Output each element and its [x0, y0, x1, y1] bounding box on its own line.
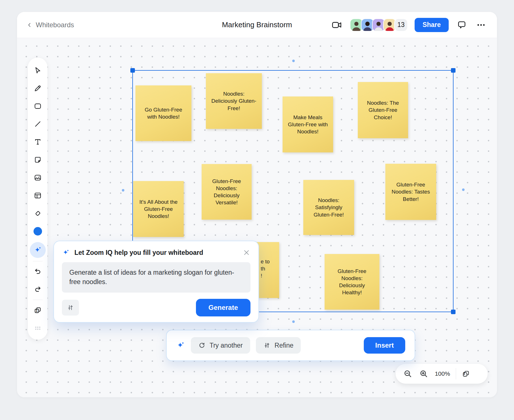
whiteboard-canvas[interactable]: Go Gluten-Free with Noodles! Noodles: De…	[17, 38, 497, 397]
line-icon[interactable]	[34, 120, 42, 128]
sliders-icon	[67, 304, 74, 311]
sticky-note-text: Make Meals Gluten-Free with Noodles!	[287, 114, 329, 135]
tools-sidebar: 1	[28, 58, 47, 340]
sparkle-icon	[62, 249, 70, 257]
accent-dot	[292, 60, 295, 62]
sticky-note[interactable]: Make Meals Gluten-Free with Noodles!	[283, 96, 333, 152]
divider	[456, 368, 456, 379]
zoom-out-icon[interactable]	[402, 368, 413, 379]
accent-dot	[122, 189, 124, 192]
sparkle-icon	[176, 341, 185, 350]
refresh-icon	[198, 342, 206, 349]
dialog-title: Let Zoom IQ help you fill your whiteboar…	[74, 249, 238, 257]
undo-icon[interactable]	[34, 267, 42, 276]
pages-badge: 1	[34, 308, 39, 313]
sticky-note[interactable]: Gluten-Free Noodles: Deliciously Healthy…	[325, 254, 379, 310]
sticky-note-text: e to th !	[261, 258, 270, 279]
share-button[interactable]: Share	[415, 18, 449, 32]
back-label: Whiteboards	[36, 21, 74, 29]
sticky-note-text: It's All About the Gluten-Free Noodles!	[138, 198, 179, 220]
sticky-note[interactable]: Gluten-Free Noodles: Tastes Better!	[385, 164, 436, 220]
ai-sparkle-icon	[34, 246, 42, 254]
zoom-level: 100%	[434, 370, 451, 377]
toolbar-divider	[33, 261, 43, 261]
ai-result-bar: Try another Refine Insert	[166, 330, 415, 361]
app-header: Whiteboards Marketing Brainstorm	[17, 12, 497, 38]
sticky-note-text: Gluten-Free Noodles: Deliciously Versati…	[206, 178, 247, 206]
image-icon[interactable]	[34, 173, 42, 182]
sticky-note[interactable]: Noodles: The Gluten-Free Choice!	[358, 82, 408, 138]
header-actions: 13 Share	[331, 18, 487, 32]
toolbar-divider	[33, 300, 43, 300]
sticky-note[interactable]: Go Gluten-Free with Noodles!	[135, 85, 191, 141]
sticky-note[interactable]: Gluten-Free Noodles: Deliciously Versati…	[202, 164, 252, 220]
pencil-icon[interactable]	[34, 84, 42, 93]
rectangle-icon[interactable]	[34, 102, 42, 110]
back-to-whiteboards[interactable]: Whiteboards	[27, 21, 74, 29]
sliders-icon	[263, 342, 271, 349]
whiteboard-window: Whiteboards Marketing Brainstorm	[17, 12, 497, 397]
sticky-note[interactable]: It's All About the Gluten-Free Noodles!	[133, 181, 184, 237]
close-icon[interactable]	[243, 249, 250, 257]
page-badge: 1	[462, 371, 467, 375]
selection-handle-bottom-right[interactable]	[451, 310, 456, 314]
selection-handle-top-right[interactable]	[451, 68, 456, 73]
try-another-label: Try another	[210, 342, 243, 349]
back-chevron-icon	[27, 22, 32, 28]
cursor-icon[interactable]	[34, 66, 42, 75]
zoom-iq-dialog: Let Zoom IQ help you fill your whiteboar…	[53, 241, 259, 323]
more-tools-icon[interactable]	[34, 324, 42, 332]
selection-handle-top-left[interactable]	[130, 68, 135, 73]
text-icon[interactable]	[34, 138, 42, 146]
sticky-note-text: Noodles: Satisfyingly Gluten-Free!	[308, 197, 350, 218]
sticky-note[interactable]: Noodles: Deliciously Gluten-Free!	[206, 73, 262, 129]
pages-icon[interactable]: 1	[34, 306, 42, 314]
participant-avatars[interactable]: 13	[350, 18, 408, 32]
refine-label: Refine	[275, 342, 293, 349]
sticky-note-text: Gluten-Free Noodles: Tastes Better!	[390, 181, 432, 202]
color-swatch[interactable]	[34, 227, 42, 236]
zoom-in-icon[interactable]	[418, 368, 429, 379]
sticky-note[interactable]: Noodles: Satisfyingly Gluten-Free!	[303, 180, 354, 235]
zoom-controls: 100% 1	[396, 364, 488, 384]
accent-dot	[462, 188, 465, 191]
redo-icon[interactable]	[34, 285, 42, 294]
try-another-button[interactable]: Try another	[191, 337, 250, 354]
sticky-note-tool-icon[interactable]	[34, 156, 42, 164]
ai-sparkle-tool[interactable]	[30, 242, 46, 258]
pages-icon[interactable]: 1	[461, 369, 471, 379]
eraser-icon[interactable]	[34, 209, 42, 218]
participants-count-badge[interactable]: 13	[394, 18, 408, 32]
generate-button[interactable]: Generate	[196, 299, 250, 316]
sticky-note-text: Go Gluten-Free with Noodles!	[140, 106, 187, 120]
prompt-settings-button[interactable]	[62, 300, 79, 316]
template-icon[interactable]	[34, 191, 42, 200]
sticky-note-text: Gluten-Free Noodles: Deliciously Healthy…	[329, 268, 375, 296]
insert-button[interactable]: Insert	[364, 337, 405, 354]
accent-dot	[292, 320, 295, 323]
more-options-icon[interactable]	[475, 19, 487, 31]
chat-icon[interactable]	[456, 19, 468, 31]
video-camera-icon[interactable]	[331, 19, 343, 31]
refine-button[interactable]: Refine	[256, 337, 301, 354]
sticky-note-text: Noodles: Deliciously Gluten-Free!	[210, 90, 257, 112]
sticky-note-text: Noodles: The Gluten-Free Choice!	[362, 99, 404, 121]
prompt-input[interactable]: Generate a list of ideas for a marketing…	[62, 262, 250, 293]
